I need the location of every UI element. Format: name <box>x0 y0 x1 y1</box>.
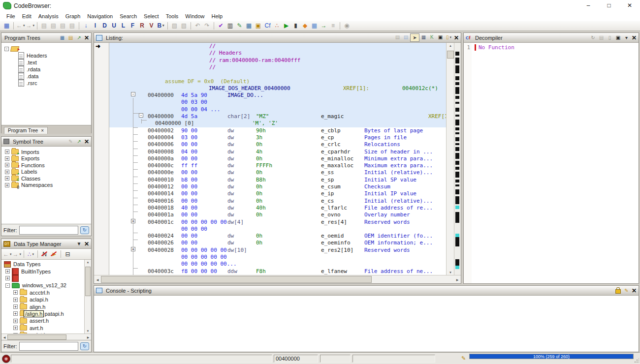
listing-line[interactable]: +0040001c00 00 00 00 00dw[4]e_res[4]Rese… <box>109 219 447 226</box>
listing-line[interactable]: -004000004d 5achar[2]"MZ"e_magicXREF[1]: <box>109 113 447 120</box>
diff-button[interactable]: ◆ <box>301 22 309 30</box>
dtm-vertical-scrollbar[interactable]: ▲ ▼ <box>84 260 91 334</box>
symbol-tree-item-labels[interactable]: +●Labels <box>1 169 91 176</box>
filter-options-icon[interactable]: ↻ <box>80 226 89 234</box>
dtm-tree-item-aclapi-h[interactable]: +aclapi.h <box>1 296 91 303</box>
program-tree-item[interactable]: .rsrc <box>1 80 91 87</box>
overview-mark-icon[interactable] <box>455 147 459 151</box>
close-icon[interactable]: ✕ <box>454 34 459 41</box>
listing-line[interactable]: 0040001840 00dw40he_lfarlcFile address o… <box>109 205 447 212</box>
layout-button[interactable]: ∴ <box>27 250 35 258</box>
listing-line[interactable]: 0040000a00 00dw0he_minallocMinimum extra… <box>109 155 447 162</box>
run-script-button[interactable]: ▶ <box>282 22 290 30</box>
menu-select[interactable]: Select <box>140 13 162 19</box>
cursor-location-icon[interactable]: ➤ <box>410 33 419 42</box>
overview-mark-icon[interactable] <box>455 87 459 94</box>
diff-view-icon[interactable]: ▦ <box>419 33 428 41</box>
camera-icon[interactable]: ▣ <box>614 34 622 41</box>
paste-2-button[interactable]: ▤ <box>49 22 58 30</box>
overview-mark-icon[interactable] <box>455 184 459 186</box>
listing-line[interactable]: 00 00 00 <box>109 226 447 233</box>
overview-mark-icon[interactable] <box>455 153 459 159</box>
overview-mark-icon[interactable] <box>455 189 459 194</box>
menu-window[interactable]: Window <box>182 13 208 19</box>
listing-line[interactable]: 0040002400 00dw0he_oemidOEM identifier (… <box>109 233 447 240</box>
program-tree-item[interactable]: .text <box>1 59 91 66</box>
dtm-tree-item[interactable]: + <box>1 275 91 282</box>
listing-line[interactable]: IMAGE_DOS_HEADER_00400000XREF[1]:0040012… <box>109 85 447 92</box>
symbol-tree-item-classes[interactable]: +CClasses <box>1 175 91 182</box>
menu-file[interactable]: File <box>3 13 19 19</box>
menu-down-icon[interactable]: ▾ <box>622 34 631 41</box>
overview-mark-icon[interactable] <box>455 96 459 99</box>
filter-pointers-button[interactable]: ➤ <box>50 250 58 258</box>
symbol-tree-item-imports[interactable]: +▸Imports <box>1 149 91 155</box>
copy-icon[interactable]: ▤ <box>597 34 606 41</box>
paste-icon[interactable]: ▤ <box>402 33 410 41</box>
close-icon[interactable]: ✕ <box>632 34 637 41</box>
overview-selection-mark-icon[interactable] <box>455 266 459 269</box>
dtm-filter-input[interactable] <box>19 342 79 351</box>
copy-icon[interactable]: ▤ <box>393 33 402 41</box>
overview-selection-mark-icon[interactable] <box>455 206 459 209</box>
close-icon[interactable]: ✕ <box>84 241 89 247</box>
listing-line[interactable]: -004000004d 5a 90IMAGE_DO... <box>109 92 447 99</box>
paste-1-button[interactable]: ▤ <box>40 22 48 30</box>
collapse-all-button[interactable]: ⊟ <box>64 250 72 258</box>
listing-line[interactable]: 0040002600 00dw0he_oeminfoOEM informatio… <box>109 240 447 246</box>
call-trees-button[interactable]: ∴ <box>273 22 281 30</box>
listing-line[interactable]: 0040001400 00dw0he_ipInitial IP value <box>109 190 447 197</box>
overview-mark-icon[interactable] <box>455 52 459 56</box>
refresh-icon[interactable]: ↻ <box>589 34 597 41</box>
pencil-icon[interactable]: ✎ <box>622 287 631 294</box>
dtm-tree-item-BuiltInTypes[interactable]: +BuiltInTypes <box>1 268 91 274</box>
program-tree-item[interactable]: Headers <box>1 52 91 59</box>
menu-search[interactable]: Search <box>116 13 140 19</box>
console-output[interactable] <box>94 296 639 352</box>
listing-line[interactable]: 0040001200 00dw0he_csumChecksum <box>109 183 447 190</box>
overview-mark-icon[interactable] <box>455 161 459 165</box>
maximize-button[interactable]: □ <box>599 0 619 11</box>
export-button[interactable]: → <box>320 22 328 30</box>
define-u-button[interactable]: U <box>110 22 118 30</box>
overview-mark-icon[interactable] <box>455 102 459 104</box>
listing-line[interactable]: 0040000e00 00dw0he_ssInitial (relative).… <box>109 169 447 176</box>
listing-line[interactable] <box>109 71 447 78</box>
lock-icon[interactable] <box>614 287 622 294</box>
program-tree-item[interactable]: .rdata <box>1 66 91 73</box>
overview-mark-icon[interactable] <box>455 65 459 73</box>
define-b-button[interactable]: B <box>157 22 165 30</box>
overview-mark-icon[interactable] <box>455 212 459 223</box>
listing-line[interactable]: 0040000804 00dw4he_cparhdrSize of header… <box>109 149 447 155</box>
menu-navigation[interactable]: Navigation <box>84 13 116 19</box>
filter-arrays-button[interactable]: N <box>40 250 49 258</box>
menu-tools[interactable]: Tools <box>162 13 182 19</box>
define-l-button[interactable]: L <box>119 22 128 30</box>
close-icon[interactable]: ✕ <box>84 138 89 145</box>
listing-line[interactable]: 00 00 00 00 00... <box>109 261 447 268</box>
overview-mark-icon[interactable] <box>455 108 459 112</box>
define-d-button[interactable]: D <box>100 22 109 30</box>
camera-icon[interactable]: ▣ <box>436 33 445 41</box>
hex-01-button[interactable]: ▥ <box>226 22 234 30</box>
analysis-status-icon[interactable]: ◉ <box>2 355 10 363</box>
filter-options-icon[interactable]: ↻ <box>80 342 89 350</box>
tab-close-icon[interactable]: × <box>41 128 44 133</box>
paste-3-button[interactable]: ▤ <box>59 22 67 30</box>
menu-analysis[interactable]: Analysis <box>35 13 62 19</box>
pencil-icon[interactable]: ✎ <box>66 138 75 145</box>
overview-mark-icon[interactable] <box>455 196 459 204</box>
dtm-tree-item-avrt-h[interactable]: +avrt.h <box>1 325 91 332</box>
listing-vertical-scrollbar[interactable]: ▲ ▼ <box>446 43 454 275</box>
debugger-button[interactable]: ▮ <box>291 22 300 30</box>
decompiler-content[interactable]: 1 No Function <box>464 43 639 283</box>
listing-line[interactable]: 0040000290 00dw90he_cblpBytes of last pa… <box>109 127 447 134</box>
forward-button[interactable]: → <box>13 250 22 258</box>
define-v-button[interactable]: V <box>147 22 156 30</box>
overview-mark-icon[interactable] <box>455 58 459 63</box>
export-icon[interactable]: ↗ <box>75 34 83 41</box>
symbol-tree-item-namespaces[interactable]: +()Namespaces <box>1 182 91 189</box>
function-graph-button[interactable]: Cf <box>263 22 272 30</box>
listing-line[interactable]: +0040002800 00 00 00 00dw[10]e_res2[10]R… <box>109 247 447 254</box>
dtm-tree-item-accctrl-h[interactable]: +accctrl.h <box>1 289 91 296</box>
